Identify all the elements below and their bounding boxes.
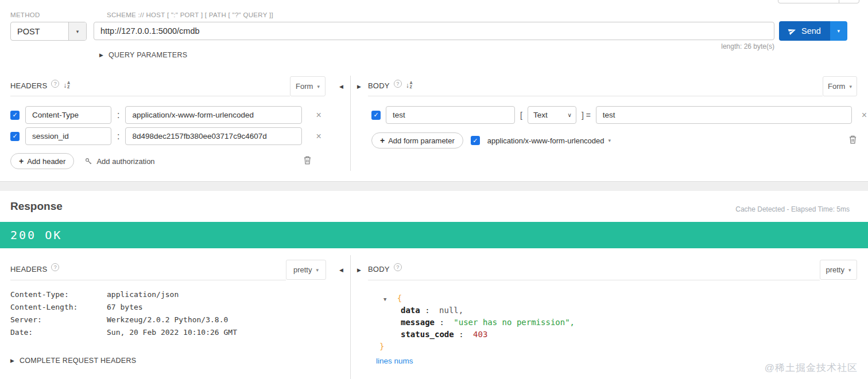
response-header-value: Sun, 20 Feb 2022 10:10:26 GMT xyxy=(107,328,237,337)
triangle-right-icon: ▶ xyxy=(10,358,14,364)
help-icon[interactable]: ? xyxy=(394,80,402,88)
complete-request-headers-label: COMPLETE REQUEST HEADERS xyxy=(20,357,137,365)
lines-nums-link[interactable]: lines nums xyxy=(376,357,413,365)
partial-top-select[interactable] xyxy=(778,0,859,3)
json-collapse-icon[interactable]: ▼ xyxy=(383,296,386,302)
response-meta: Cache Detected - Elapsed Time: 5ms xyxy=(735,205,850,213)
request-body-title: BODY xyxy=(368,81,390,90)
request-headers-view-mode-button[interactable]: Form ▾ xyxy=(290,76,326,96)
caret-down-icon: ▾ xyxy=(849,84,852,89)
remove-header-icon[interactable]: × xyxy=(316,131,321,142)
body-param-type-select[interactable]: Text ∨ xyxy=(528,106,576,124)
response-body-divider xyxy=(368,280,820,280)
body-param-checkbox[interactable]: ✓ xyxy=(371,111,381,120)
url-input[interactable] xyxy=(94,22,774,40)
response-headers-view-mode-button[interactable]: pretty ▾ xyxy=(286,260,326,280)
header-name-input[interactable] xyxy=(25,127,111,145)
plus-icon: + xyxy=(19,157,24,166)
partial-top-select-caret xyxy=(839,0,859,3)
method-select-caret-icon[interactable]: ▾ xyxy=(68,22,86,40)
json-root-line: ▼ { xyxy=(383,294,402,303)
json-line: data : null, xyxy=(401,306,463,315)
scheme-label: SCHEME :// HOST [ ":" PORT ] [ PATH [ "?… xyxy=(107,11,273,18)
response-header-name: Content-Length: xyxy=(10,303,78,311)
response-body-title: BODY xyxy=(368,265,390,273)
key-icon xyxy=(85,158,92,165)
help-icon[interactable]: ? xyxy=(51,263,59,271)
collapse-left-panel-icon[interactable]: ◀ xyxy=(339,267,343,273)
remove-body-param-icon[interactable]: × xyxy=(862,110,867,120)
request-headers-footer: + Add header Add authorization xyxy=(10,153,155,169)
method-select[interactable]: POST ▾ xyxy=(10,22,87,41)
help-icon[interactable]: ? xyxy=(51,80,59,88)
response-headers-header: HEADERS ? xyxy=(10,265,59,273)
response-header-value: 67 bytes xyxy=(107,303,143,311)
header-row: ✓ : × xyxy=(10,106,321,124)
response-title: Response xyxy=(10,200,63,213)
query-parameters-toggle[interactable]: ▶ QUERY PARAMETERS xyxy=(99,51,187,59)
response-header-value: Werkzeug/2.0.2 Python/3.8.0 xyxy=(107,315,228,324)
colon-separator: : xyxy=(117,131,119,142)
sort-az-icon[interactable]: ↓ AZ xyxy=(63,81,70,89)
delete-all-params-icon[interactable] xyxy=(848,135,857,144)
colon-separator: : xyxy=(117,110,119,120)
method-select-value: POST xyxy=(11,22,68,40)
content-type-checkbox[interactable]: ✓ xyxy=(471,136,480,145)
send-dropdown-caret[interactable]: ▾ xyxy=(830,21,847,41)
expand-right-panel-icon[interactable]: ▶ xyxy=(357,84,361,89)
body-param-type-value[interactable]: Text xyxy=(528,106,576,124)
response-headers-divider xyxy=(10,280,286,280)
response-headers-title: HEADERS xyxy=(10,265,47,273)
json-close-line: } xyxy=(379,342,384,351)
header-row-checkbox[interactable]: ✓ xyxy=(10,111,20,120)
remove-header-icon[interactable]: × xyxy=(316,110,321,120)
add-authorization-button[interactable]: Add authorization xyxy=(85,157,154,166)
header-name-input[interactable] xyxy=(25,106,111,124)
header-value-input[interactable] xyxy=(125,106,302,124)
caret-down-icon: ▾ xyxy=(317,84,320,89)
request-body-view-mode-button[interactable]: Form ▾ xyxy=(823,76,857,96)
request-body-footer: + Add form parameter ✓ application/x-www… xyxy=(371,132,611,149)
method-label: METHOD xyxy=(10,11,40,18)
response-header-name: Date: xyxy=(10,328,33,337)
bracket-close-equals: ] = xyxy=(582,111,591,120)
add-header-button[interactable]: + Add header xyxy=(10,153,74,169)
json-line: message : "user has no permission", xyxy=(401,318,575,327)
expand-right-panel-icon[interactable]: ▶ xyxy=(357,267,361,273)
body-param-value-input[interactable] xyxy=(596,106,852,124)
send-button-label: Send xyxy=(801,26,821,36)
header-row-checkbox[interactable]: ✓ xyxy=(10,132,20,141)
caret-down-icon: ▾ xyxy=(848,267,851,273)
request-headers-divider xyxy=(10,96,290,96)
bracket-open: [ xyxy=(520,111,522,120)
body-param-row: ✓ [ Text ∨ ] = × xyxy=(371,106,867,124)
response-body-header: BODY ? xyxy=(368,265,402,273)
json-line: status_code : 403 xyxy=(401,330,487,339)
response-status-text: 200 OK xyxy=(10,228,62,242)
header-row: ✓ : × xyxy=(10,127,321,145)
response-header-value: application/json xyxy=(107,290,179,299)
partial-top-select-value xyxy=(778,0,839,3)
send-button[interactable]: Send ▾ xyxy=(779,21,847,41)
delete-all-headers-icon[interactable] xyxy=(303,155,312,165)
complete-request-headers-toggle[interactable]: ▶ COMPLETE REQUEST HEADERS xyxy=(10,357,136,365)
caret-down-icon: ▾ xyxy=(609,138,611,143)
json-close-brace: } xyxy=(379,342,384,351)
add-form-parameter-button[interactable]: + Add form parameter xyxy=(371,132,463,149)
response-body-view-mode-button[interactable]: pretty ▾ xyxy=(820,260,857,280)
collapse-left-panel-icon[interactable]: ◀ xyxy=(339,84,343,89)
plus-icon: + xyxy=(380,136,385,145)
send-button-main[interactable]: Send xyxy=(779,21,830,41)
body-param-name-input[interactable] xyxy=(386,106,515,124)
section-separator xyxy=(0,181,868,191)
sort-az-icon[interactable]: ↓ AZ xyxy=(406,81,413,89)
help-icon[interactable]: ? xyxy=(394,263,402,271)
watermark: @稀土掘金技术社区 xyxy=(765,361,858,374)
query-parameters-label: QUERY PARAMETERS xyxy=(108,51,187,59)
json-open-brace: { xyxy=(397,294,402,303)
request-headers-title: HEADERS xyxy=(10,81,47,90)
content-type-dropdown[interactable]: application/x-www-form-urlencoded ▾ xyxy=(487,136,611,145)
header-value-input[interactable] xyxy=(125,127,302,145)
rest-client-app: METHOD SCHEME :// HOST [ ":" PORT ] [ PA… xyxy=(0,0,868,379)
request-body-divider xyxy=(368,96,823,96)
